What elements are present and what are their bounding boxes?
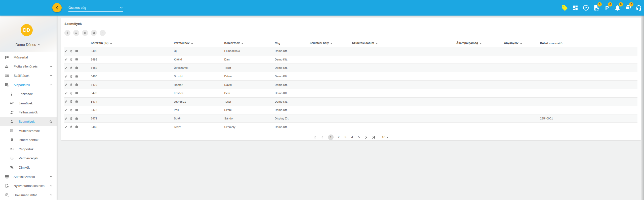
table-row[interactable]: 3479 Hámori Dávid Demo Kft. — [64, 81, 637, 89]
briefcase-icon[interactable] — [75, 125, 78, 128]
sidebar-item-partnercegek[interactable]: Partnercégek — [0, 154, 57, 163]
table-row[interactable]: 3469 Teszt Személy Demo Kft. — [64, 123, 637, 131]
sidebar-item-eszkozok[interactable]: Eszközök — [0, 89, 57, 99]
sidebar-item-jarmuvek[interactable]: Járművek — [0, 99, 57, 108]
edit-icon[interactable] — [64, 92, 68, 95]
delete-icon[interactable] — [70, 49, 73, 53]
sidebar-item-dokumentumtar[interactable]: Dokumentumtár — [0, 190, 57, 200]
page-number-5[interactable]: 5 — [357, 136, 361, 139]
bell-icon[interactable]: 0 — [614, 5, 621, 11]
last-page-button[interactable] — [372, 135, 376, 139]
delete-icon[interactable] — [70, 58, 73, 61]
column-ceg[interactable]: Cég — [275, 40, 310, 47]
headset-icon[interactable] — [635, 5, 642, 11]
table-row[interactable]: 3480 Suzuki Driver Demo Kft. — [64, 72, 637, 81]
briefcase-icon[interactable] — [75, 66, 78, 70]
settings-button[interactable] — [91, 30, 97, 36]
column-szuletesi-hely[interactable]: Születési hely — [310, 40, 352, 47]
sidebar-item-munkaszamok[interactable]: Munkaszámok — [0, 126, 57, 136]
column-vezeteknev[interactable]: Vezetéknév — [174, 40, 224, 47]
briefcase-icon[interactable] — [75, 83, 78, 86]
briefcase-icon[interactable] — [75, 92, 78, 95]
page-number-4[interactable]: 4 — [351, 136, 354, 139]
download-button[interactable] — [100, 30, 106, 36]
table-row[interactable]: 3478 Kovács Béla Demo Kft. — [64, 89, 637, 97]
briefcase-icon[interactable] — [75, 49, 78, 53]
chat-icon[interactable]: 0 — [625, 5, 631, 11]
column-kulso-azonosito[interactable]: Külső azonosító — [540, 40, 637, 47]
profile-menu[interactable]: Demo Dénes — [0, 43, 57, 47]
table-row[interactable]: 3482 Újraszámol Teszt Demo Kft. — [64, 64, 637, 72]
first-page-button[interactable] — [313, 135, 317, 139]
avatar[interactable]: DD — [21, 24, 33, 36]
page-number-1[interactable]: 1 — [328, 135, 334, 140]
document-history-icon[interactable]: 0 — [593, 5, 600, 11]
delete-icon[interactable] — [70, 92, 73, 95]
table-row[interactable]: 3474 US#6591 Teszt Demo Kft. — [64, 97, 637, 106]
sidebar-item-muszerfal[interactable]: Műszerfal — [0, 53, 57, 62]
edit-icon[interactable] — [64, 49, 68, 53]
briefcase-icon[interactable] — [75, 117, 78, 120]
delete-icon[interactable] — [70, 66, 73, 70]
delete-icon[interactable] — [70, 100, 73, 103]
column-anyanyelv[interactable]: Anyanyelv — [504, 40, 540, 47]
table-row[interactable]: 3471 Sofőr Sándor Display Zrt. 23540001 — [64, 114, 637, 123]
parking-icon[interactable]: P 0 — [603, 5, 610, 11]
filter-icon[interactable] — [242, 42, 245, 45]
sidebar-item-nyilvantartas-kezeles[interactable]: Nyilvántartás kezelés — [0, 181, 57, 190]
edit-icon[interactable] — [64, 75, 68, 78]
page-size-selector[interactable]: 10 — [382, 136, 389, 139]
tag-icon[interactable] — [561, 5, 568, 11]
column-sorszam[interactable]: Sorszám (ID) — [91, 40, 174, 47]
sidebar-item-ismert-pontok[interactable]: Ismert pontok — [0, 135, 57, 145]
column-szuletesi-datum[interactable]: Születési dátum — [352, 40, 457, 47]
sidebar-item-felhasznalok[interactable]: Felhasználók — [0, 108, 57, 117]
favorite-star-icon[interactable] — [49, 119, 53, 123]
edit-icon[interactable] — [64, 66, 68, 70]
company-selector[interactable]: Összes cég — [68, 4, 123, 12]
briefcase-icon[interactable] — [75, 75, 78, 78]
edit-icon[interactable] — [64, 83, 68, 86]
columns-button[interactable] — [82, 30, 88, 36]
delete-icon[interactable] — [70, 75, 73, 78]
page-number-3[interactable]: 3 — [344, 136, 347, 139]
filter-icon[interactable] — [110, 42, 113, 45]
previous-page-button[interactable] — [320, 135, 325, 139]
page-number-2[interactable]: 2 — [337, 136, 340, 139]
column-keresztnev[interactable]: Keresztnév — [224, 40, 275, 47]
table-row[interactable]: 3473 Páll Szabi Demo Kft. — [64, 106, 637, 114]
sidebar-item-csoportok[interactable]: Csoportok — [0, 145, 57, 154]
collapse-sidebar-button[interactable] — [52, 3, 62, 12]
help-icon[interactable]: ? — [582, 5, 589, 11]
edit-icon[interactable] — [64, 125, 68, 128]
dashboard-grid-icon[interactable] — [572, 5, 579, 11]
next-page-button[interactable] — [364, 135, 368, 139]
edit-icon[interactable] — [64, 108, 68, 112]
delete-icon[interactable] — [70, 83, 73, 86]
filter-icon[interactable] — [480, 42, 483, 45]
delete-icon[interactable] — [70, 125, 73, 128]
delete-icon[interactable] — [70, 108, 73, 112]
filter-icon[interactable] — [191, 42, 194, 45]
column-allampolgarsag[interactable]: Állampolgárság — [456, 40, 504, 47]
briefcase-icon[interactable] — [75, 100, 78, 103]
delete-icon[interactable] — [70, 117, 73, 120]
sidebar-item-adminisztracio[interactable]: Adminisztráció — [0, 172, 57, 181]
sidebar-item-szallitasok[interactable]: Szállítások — [0, 71, 57, 80]
briefcase-icon[interactable] — [75, 108, 78, 112]
briefcase-icon[interactable] — [75, 58, 78, 61]
sidebar-item-cimkek[interactable]: Címkék — [0, 163, 57, 172]
sidebar-item-alapadatok[interactable]: Alapadatok — [0, 80, 57, 90]
filter-icon[interactable] — [331, 42, 334, 45]
add-button[interactable] — [64, 30, 70, 36]
edit-icon[interactable] — [64, 100, 68, 103]
search-button[interactable] — [73, 30, 79, 36]
table-row[interactable]: 3490 Új Felhasználó Demo Kft. — [64, 47, 637, 55]
filter-icon[interactable] — [520, 42, 524, 45]
edit-icon[interactable] — [64, 117, 68, 120]
vertical-scrollbar[interactable] — [641, 16, 644, 200]
filter-icon[interactable] — [376, 42, 379, 45]
table-row[interactable]: 3489 Kitöltő Dani Demo Kft. — [64, 55, 637, 64]
edit-icon[interactable] — [64, 58, 68, 61]
sidebar-item-flotta-ellenorzes[interactable]: Flotta ellenőrzés — [0, 62, 57, 71]
